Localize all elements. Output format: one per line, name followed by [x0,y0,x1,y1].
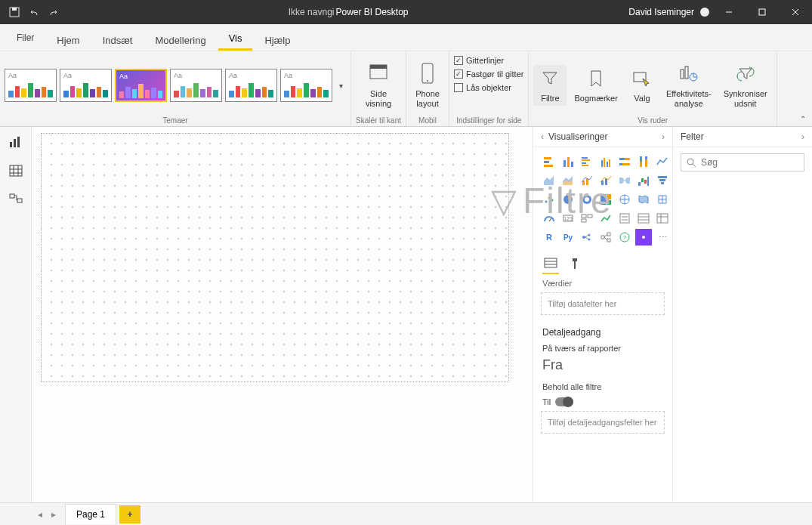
viz-100-column-icon[interactable] [635,153,652,170]
viz-clustered-column-icon[interactable] [597,153,614,170]
tab-file[interactable]: Filer [6,26,45,51]
drillthrough-dropzone[interactable]: Tilføj detaljeadgangsfelter her [541,411,665,434]
viz-gauge-icon[interactable] [541,210,557,227]
svg-line-100 [693,164,696,167]
viz-combo2-icon[interactable] [597,172,614,189]
perf-icon [677,62,701,86]
svg-rect-30 [582,162,586,164]
undo-icon[interactable] [29,7,39,17]
svg-rect-26 [567,157,570,167]
svg-rect-94 [545,258,557,267]
values-dropzone[interactable]: Tilføj datafelter her [541,292,665,315]
viz-combo1-icon[interactable] [579,172,595,189]
viz-multi-card-icon[interactable] [579,210,595,227]
viz-funnel-icon[interactable] [654,172,671,189]
viz-qa-icon[interactable]: ? [616,229,633,246]
phone-icon [415,62,440,86]
viz-waterfall-icon[interactable] [635,172,652,189]
theme-thumb-4[interactable]: Aa [170,69,222,102]
viz-stacked-bar-icon[interactable] [541,153,557,170]
add-page-button[interactable]: + [119,505,140,523]
tab-home[interactable]: Hjem [46,29,90,51]
theme-thumb-2[interactable]: Aa [60,69,112,102]
viz-more-icon[interactable]: ⋯ [654,229,671,246]
phone-layout-button[interactable]: Phone layout [411,60,444,110]
visualizations-pane: ‹ Visualiseringer › [533,127,672,502]
viz-py-icon[interactable]: Py [560,229,576,246]
gridlines-checkbox[interactable]: ✓Gitterlinjer [454,54,504,66]
viz-decomp-icon[interactable] [597,229,614,246]
sync-slicers-button[interactable]: Synkroniser udsnit [719,60,772,110]
performance-pane-button[interactable]: Effektivitets- analyse [662,60,716,110]
viz-table-icon[interactable] [635,210,652,227]
viz-key-influencers-icon[interactable] [579,229,595,246]
theme-thumb-6[interactable]: Aa [280,69,332,102]
tab-insert[interactable]: Indsæt [92,29,144,51]
funnel-icon [538,66,562,91]
viz-stacked-area-icon[interactable] [560,172,576,189]
minimize-button[interactable] [712,0,746,24]
tab-view[interactable]: Vis [218,26,253,51]
viz-clustered-bar-icon[interactable] [579,153,595,170]
viz-line-icon[interactable] [654,153,671,170]
save-icon[interactable] [9,7,20,17]
close-button[interactable] [779,0,812,24]
expand-fields-pane-icon[interactable]: › [801,131,804,142]
filters-pane-button[interactable]: Filtre [533,65,567,105]
expand-viz-pane-icon[interactable]: › [662,131,665,142]
canvas-area[interactable] [32,127,533,502]
snap-checkbox[interactable]: ✓Fastgør til gitter [454,68,523,80]
bookmarks-pane-button[interactable]: Bogmærker [570,65,622,105]
tab-help[interactable]: Hjælp [254,29,301,51]
selection-pane-button[interactable]: Valg [625,65,659,105]
page-tab-1[interactable]: Page 1 [65,504,116,524]
theme-thumb-1[interactable]: Aa [5,69,57,102]
themes-dropdown[interactable]: ▾ [335,81,346,91]
model-view-icon[interactable] [7,192,25,207]
viz-kpi-icon[interactable] [597,210,614,227]
collapse-ribbon-icon[interactable]: ⌃ [800,115,806,123]
fields-tab-icon[interactable] [542,255,559,274]
report-view-icon[interactable] [7,134,25,150]
page-view-button[interactable]: Side visning [361,60,396,110]
viz-ribbon-icon[interactable] [616,172,633,189]
lock-checkbox[interactable]: Lås objekter [454,82,511,94]
theme-thumb-5[interactable]: Aa [225,69,277,102]
viz-area-icon[interactable] [541,172,557,189]
tab-modeling[interactable]: Modellering [144,29,216,51]
viz-card-icon[interactable]: 123 [560,210,576,227]
viz-matrix-icon[interactable] [654,210,671,227]
viz-100-bar-icon[interactable] [616,153,633,170]
viz-scatter-icon[interactable] [541,191,557,208]
viz-donut-icon[interactable] [579,191,595,208]
viz-filled-map-icon[interactable] [635,191,652,208]
viz-custom-icon[interactable] [635,229,652,246]
page-next-icon[interactable]: ▸ [47,509,60,520]
viz-slicer-icon[interactable] [616,210,633,227]
report-canvas[interactable] [41,133,509,382]
keep-filters-toggle[interactable]: Til [533,394,672,409]
viz-map-icon[interactable] [616,191,633,208]
viz-shape-map-icon[interactable] [654,191,671,208]
page-prev-icon[interactable]: ◂ [33,509,47,520]
viz-stacked-column-icon[interactable] [560,153,576,170]
maximize-button[interactable] [746,0,779,24]
theme-thumb-3-selected[interactable]: Aa [115,69,167,102]
svg-rect-61 [601,194,607,205]
viz-pie-icon[interactable] [560,191,576,208]
viz-gallery: 123 R Py ? ⋯ [533,147,672,252]
fields-search-input[interactable] [701,157,812,168]
viz-r-icon[interactable]: R [541,229,557,246]
svg-rect-87 [607,239,610,242]
user-name[interactable]: David Iseminger [628,7,694,17]
svg-line-65 [549,218,551,221]
svg-line-88 [604,234,607,237]
data-view-icon[interactable] [7,163,25,178]
fields-search[interactable] [681,153,804,171]
viz-treemap-icon[interactable] [597,191,614,208]
avatar[interactable] [700,8,709,17]
redo-icon[interactable] [48,7,59,17]
format-tab-icon[interactable] [568,255,582,274]
cross-report-toggle[interactable]: Fra [533,356,672,379]
svg-rect-10 [685,66,688,79]
